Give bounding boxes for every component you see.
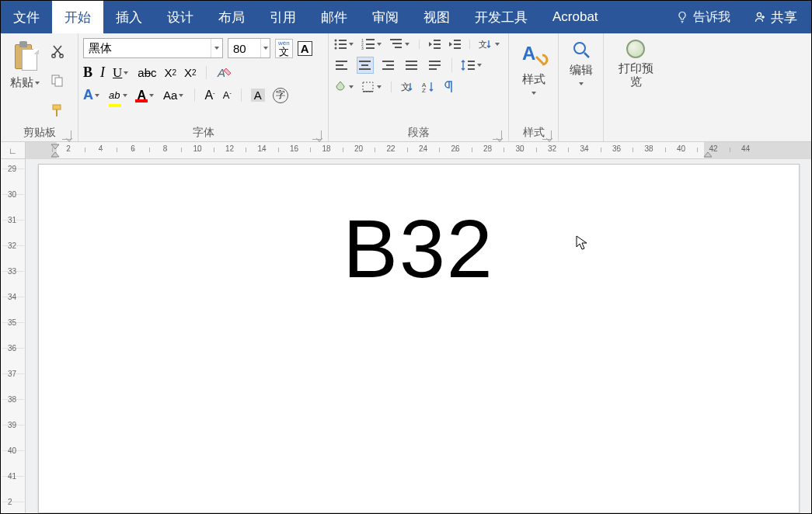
svg-point-54 xyxy=(574,43,585,54)
search-icon xyxy=(571,40,591,60)
tab-developer[interactable]: 开发工具 xyxy=(462,1,540,33)
cut-button[interactable] xyxy=(49,43,66,60)
font-name-dropdown[interactable] xyxy=(211,39,222,57)
svg-rect-43 xyxy=(429,64,441,66)
styles-button[interactable]: A 样式 xyxy=(514,36,553,124)
enclose-characters-button[interactable]: 字 xyxy=(273,88,288,103)
svg-rect-24 xyxy=(434,43,441,45)
svg-rect-15 xyxy=(366,39,375,40)
svg-point-12 xyxy=(335,47,337,50)
svg-rect-49 xyxy=(363,91,373,92)
character-border-button[interactable]: A xyxy=(298,41,312,56)
svg-rect-33 xyxy=(359,61,371,62)
svg-rect-40 xyxy=(406,64,417,66)
numbering-button[interactable]: 123 xyxy=(361,38,383,50)
styles-group-label: 样式 xyxy=(523,126,545,140)
editing-button[interactable]: 编辑 xyxy=(563,36,598,124)
svg-rect-47 xyxy=(468,68,475,70)
vertical-ruler[interactable]: 293031323334353637383940412 xyxy=(1,159,26,513)
tab-file[interactable]: 文件 xyxy=(1,1,52,33)
decrease-indent-button[interactable] xyxy=(427,38,441,50)
font-size-combo[interactable] xyxy=(228,38,270,58)
tell-me-search[interactable]: 告诉我 xyxy=(667,1,740,33)
italic-button[interactable]: I xyxy=(100,64,105,81)
sort-button[interactable]: AZ xyxy=(421,81,435,93)
svg-text:A: A xyxy=(522,43,535,64)
bullets-button[interactable] xyxy=(333,38,355,50)
align-center-button[interactable] xyxy=(357,57,374,74)
svg-rect-11 xyxy=(339,43,347,45)
underline-button[interactable]: U xyxy=(113,65,130,81)
font-group-label: 字体 xyxy=(193,126,214,140)
share-button[interactable]: 共享 xyxy=(740,1,811,33)
font-name-input[interactable] xyxy=(84,42,211,55)
svg-rect-23 xyxy=(434,40,441,41)
tab-mailings[interactable]: 邮件 xyxy=(308,1,360,33)
tab-references[interactable]: 引用 xyxy=(257,1,308,33)
svg-point-0 xyxy=(757,12,761,16)
show-paragraph-marks-button[interactable] xyxy=(441,80,454,94)
phonetic-guide-button[interactable]: wén 文 xyxy=(275,39,293,58)
svg-rect-27 xyxy=(454,43,461,45)
grow-font-button[interactable]: Aˆ xyxy=(204,89,214,102)
svg-rect-26 xyxy=(454,40,461,41)
svg-rect-35 xyxy=(359,68,371,70)
svg-rect-6 xyxy=(56,109,58,116)
superscript-button[interactable]: X2 xyxy=(184,66,197,79)
svg-rect-28 xyxy=(454,47,461,49)
multilevel-list-button[interactable] xyxy=(389,38,411,50)
align-justify-button[interactable] xyxy=(403,57,420,74)
shading-button[interactable] xyxy=(333,81,355,93)
increase-indent-button[interactable] xyxy=(448,38,462,50)
document-text[interactable]: B32 xyxy=(343,202,494,296)
svg-rect-20 xyxy=(390,39,402,40)
tab-review[interactable]: 审阅 xyxy=(360,1,411,33)
font-name-combo[interactable] xyxy=(83,38,223,58)
tab-view[interactable]: 视图 xyxy=(411,1,462,33)
paragraph-dialog-launcher[interactable] xyxy=(493,130,502,140)
clipboard-dialog-launcher[interactable] xyxy=(62,130,71,140)
format-painter-button[interactable] xyxy=(49,102,66,120)
line-spacing-button[interactable] xyxy=(460,59,483,71)
tab-home[interactable]: 开始 xyxy=(52,1,103,33)
font-size-input[interactable] xyxy=(228,42,260,55)
align-right-button[interactable] xyxy=(380,57,397,74)
font-dialog-launcher[interactable] xyxy=(312,130,322,140)
align-left-button[interactable] xyxy=(333,57,350,74)
text-direction-button[interactable]: 文 xyxy=(478,38,501,50)
snap-to-grid-button[interactable]: 文 xyxy=(399,81,415,93)
tab-acrobat[interactable]: Acrobat xyxy=(540,1,611,33)
strikethrough-button[interactable]: abc xyxy=(138,66,156,79)
svg-rect-5 xyxy=(53,105,61,109)
bold-button[interactable]: B xyxy=(83,64,92,81)
clear-formatting-button[interactable]: A xyxy=(216,65,233,81)
character-shading-button[interactable]: A xyxy=(251,89,265,102)
highlight-color-button[interactable]: ab xyxy=(109,89,129,102)
copy-button[interactable] xyxy=(49,72,66,89)
tab-design[interactable]: 设计 xyxy=(155,1,206,33)
paste-button[interactable]: 粘贴 xyxy=(5,36,46,124)
svg-point-10 xyxy=(335,43,337,46)
lightbulb-icon xyxy=(676,11,688,23)
text-effects-button[interactable]: A xyxy=(83,87,101,103)
shrink-font-button[interactable]: Aˇ xyxy=(223,89,232,101)
subscript-button[interactable]: X2 xyxy=(164,66,176,79)
print-preview-button[interactable]: 打印预览 xyxy=(608,36,663,124)
tab-insert[interactable]: 插入 xyxy=(103,1,155,33)
borders-button[interactable] xyxy=(361,81,383,93)
svg-rect-48 xyxy=(363,82,373,92)
svg-rect-31 xyxy=(336,64,343,66)
font-size-dropdown[interactable] xyxy=(260,39,270,57)
styles-dialog-launcher[interactable] xyxy=(542,130,552,140)
svg-rect-32 xyxy=(336,68,347,70)
align-distributed-button[interactable] xyxy=(427,57,444,74)
tab-stop-selector[interactable]: ∟ xyxy=(1,142,26,159)
tab-layout[interactable]: 布局 xyxy=(206,1,257,33)
svg-rect-30 xyxy=(336,61,347,62)
font-color-button[interactable]: A xyxy=(137,89,155,102)
change-case-button[interactable]: Aa xyxy=(163,89,185,102)
svg-text:3: 3 xyxy=(361,46,364,50)
document-page[interactable]: B32 xyxy=(38,164,800,513)
svg-rect-25 xyxy=(434,47,441,49)
horizontal-ruler[interactable]: 2468101214161820222426283032343638404244 xyxy=(26,142,811,159)
